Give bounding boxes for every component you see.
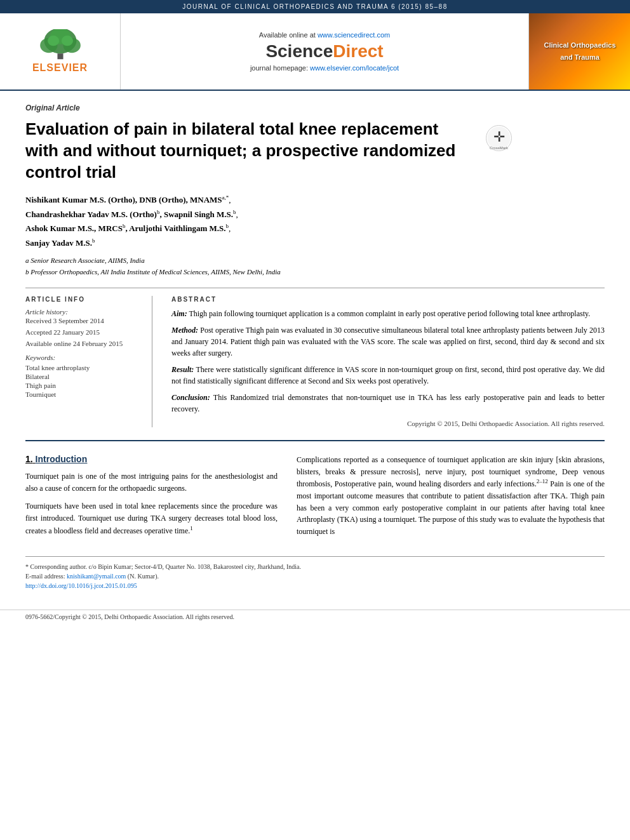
author-3b-sup: b [226,223,229,229]
article-info-section: ARTICLE INFO Article history: Received 3… [25,296,152,427]
author-3: Ashok Kumar M.S., MRCS [25,224,123,234]
copyright-footer: 0976-5662/Copyright © 2015, Delhi Orthop… [0,610,630,623]
result-text: There were statistically significant dif… [171,365,605,385]
abstract-conclusion: Conclusion: This Randomized trial demons… [171,392,605,415]
sciencedirect-logo: ScienceDirect [133,41,516,62]
journal-title-bar: JOURNAL OF CLINICAL ORTHOPAEDICS AND TRA… [182,3,447,10]
footnote-section: * Corresponding author. c/o Bipin Kumar;… [25,556,605,590]
journal-homepage-text: journal homepage: www.elsevier.com/locat… [133,64,516,72]
abstract-title: ABSTRACT [171,296,605,303]
section-1-heading: 1. Introduction [25,454,278,464]
title-row: Evaluation of pain in bilateral total kn… [25,119,605,193]
journal-cover-image: Clinical Orthopaedics and Trauma [528,13,630,90]
aim-text: Thigh pain following tourniquet applicat… [187,309,591,318]
svg-rect-0 [57,53,63,59]
body-two-col: 1. Introduction Tourniquet pain is one o… [25,454,605,543]
email-link[interactable]: knishikant@ymail.com [67,573,126,580]
author-2b: , Swapnil Singh M.S. [159,210,233,219]
keyword-4: Tourniquet [25,390,139,398]
body-left-col: 1. Introduction Tourniquet pain is one o… [25,454,278,543]
author-1: Nishikant Kumar M.S. (Ortho), DNB (Ortho… [25,196,222,205]
abstract-aim: Aim: Thigh pain following tourniquet app… [171,308,605,319]
affiliation-a: a Senior Research Associate, AIIMS, Indi… [25,255,605,267]
cover-thumbnail: Clinical Orthopaedics and Trauma [529,13,630,90]
affiliation-b: b Professor Orthopaedics, All India Inst… [25,267,605,278]
ref-1: 1 [190,525,193,531]
page-header: ELSEVIER Available online at www.science… [0,13,630,91]
body-right-col: Complications reported as a consequence … [297,454,605,543]
journal-info-center: Available online at www.sciencedirect.co… [121,13,528,90]
journal-homepage-link[interactable]: www.elsevier.com/locate/jcot [310,64,399,72]
keyword-1: Total knee arthroplasty [25,364,139,371]
abstract-result: Result: There were statistically signifi… [171,364,605,387]
right-para-1: Complications reported as a consequence … [297,454,605,537]
svg-text:✛: ✛ [493,129,504,145]
received-date: Received 3 September 2014 [25,317,139,324]
cover-title: Clinical Orthopaedics and Trauma [540,37,619,65]
affiliations: a Senior Research Associate, AIIMS, Indi… [25,255,605,277]
doi-anchor[interactable]: http://dx.doi.org/10.1016/j.jcot.2015.01… [25,582,137,589]
article-type-label: Original Article [25,103,605,112]
author-2: Chandrashekhar Yadav M.S. (Ortho) [25,210,157,219]
accepted-date: Accepted 22 January 2015 [25,328,139,336]
keyword-3: Thigh pain [25,382,139,389]
svg-text:CrossMark: CrossMark [489,146,508,150]
article-info-title: ARTICLE INFO [25,296,139,303]
main-content-area: Original Article Evaluation of pain in b… [0,91,630,603]
svg-point-5 [48,36,59,46]
ref-2-12: 2–12 [537,478,548,484]
author-1-sup: a,* [222,194,229,201]
article-title: Evaluation of pain in bilateral total kn… [25,119,470,183]
crossmark-badge: ✛ CrossMark [483,122,514,154]
intro-para-1: Tourniquet pain is one of the most intri… [25,470,278,494]
sciencedirect-link[interactable]: www.sciencedirect.com [318,31,390,39]
available-date: Available online 24 February 2015 [25,340,139,347]
keywords-label: Keywords: [25,354,139,361]
intro-para-2: Tourniquets have been used in total knee… [25,500,278,537]
conclusion-label: Conclusion: [171,393,210,402]
method-label: Method: [171,326,198,335]
crossmark-icon: ✛ CrossMark [485,124,513,152]
conclusion-text: This Randomized trial demonstrates that … [171,393,605,413]
abstract-method: Method: Post operative Thigh pain was ev… [171,324,605,359]
aim-label: Aim: [171,309,187,318]
history-label: Article history: [25,308,139,316]
abstract-copyright: Copyright © 2015, Delhi Orthopaedic Asso… [171,420,605,427]
section-divider-1 [25,288,605,288]
method-text: Post operative Thigh pain was evaluated … [171,326,605,357]
authors-list: Nishikant Kumar M.S. (Ortho), DNB (Ortho… [25,193,605,250]
elsevier-tree-icon [35,29,86,61]
result-label: Result: [171,365,194,374]
doi-link: http://dx.doi.org/10.1016/j.jcot.2015.01… [25,581,605,590]
footer-copyright: 0976-5662/Copyright © 2015, Delhi Orthop… [25,613,234,620]
elsevier-logo-area: ELSEVIER [0,13,121,90]
info-abstract-row: ARTICLE INFO Article history: Received 3… [25,296,605,427]
available-online-text: Available online at www.sciencedirect.co… [133,31,516,39]
author-4-sup: b [92,237,95,244]
author-3b: , Aruljothi Vaithlingam M.S. [125,224,225,234]
abstract-section: ABSTRACT Aim: Thigh pain following tourn… [171,296,605,427]
svg-point-6 [61,36,72,46]
footnote-star: * Corresponding author. c/o Bipin Kumar;… [25,562,605,571]
body-section: 1. Introduction Tourniquet pain is one o… [25,440,605,543]
footnote-email: E-mail address: knishikant@ymail.com (N.… [25,571,605,581]
keyword-2: Bilateral [25,373,139,380]
journal-header-bar: JOURNAL OF CLINICAL ORTHOPAEDICS AND TRA… [0,0,630,13]
author-4: Sanjay Yadav M.S. [25,238,92,248]
elsevier-brand-text: ELSEVIER [32,62,88,74]
author-2b-sup: b [233,209,236,215]
